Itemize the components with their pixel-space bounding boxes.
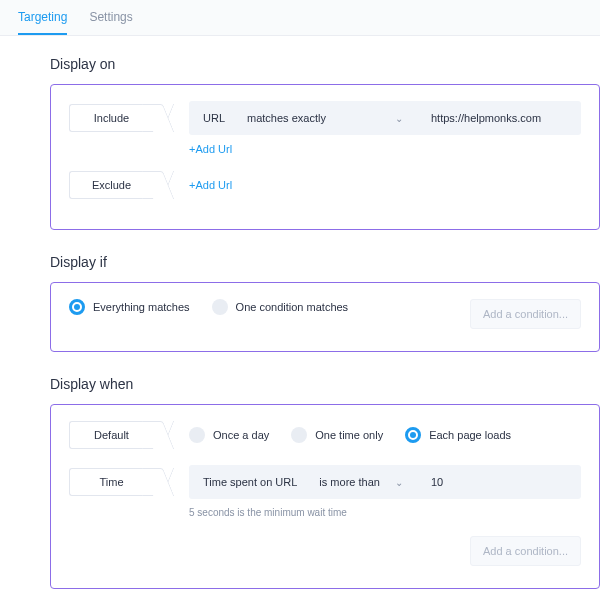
- section-title-display-on: Display on: [50, 56, 600, 72]
- radio-dot-icon: [212, 299, 228, 315]
- radio-dot-icon: [69, 299, 85, 315]
- tab-settings[interactable]: Settings: [89, 10, 132, 35]
- add-condition-button[interactable]: Add a condition...: [470, 536, 581, 566]
- section-title-display-when: Display when: [50, 376, 600, 392]
- tab-targeting[interactable]: Targeting: [18, 10, 67, 35]
- time-operator-value: is more than: [319, 476, 380, 488]
- add-url-link-include[interactable]: +Add Url: [189, 143, 232, 155]
- url-condition-bar: URL matches exactly ⌄: [189, 101, 581, 135]
- radio-one-time-only[interactable]: One time only: [291, 427, 383, 443]
- radio-dot-icon: [405, 427, 421, 443]
- radio-label: One condition matches: [236, 301, 349, 313]
- chevron-down-icon: ⌄: [395, 477, 403, 488]
- url-label: URL: [189, 112, 237, 124]
- url-value-input[interactable]: [413, 112, 581, 124]
- chevron-down-icon: ⌄: [395, 113, 403, 124]
- include-tag[interactable]: Include: [69, 104, 153, 132]
- url-match-select[interactable]: matches exactly ⌄: [237, 112, 413, 124]
- tab-bar: Targeting Settings: [0, 0, 600, 36]
- time-hint: 5 seconds is the minimum wait time: [189, 507, 581, 518]
- default-tag[interactable]: Default: [69, 421, 153, 449]
- radio-label: Everything matches: [93, 301, 190, 313]
- section-display-if: Display if Everything matches One condit…: [50, 254, 600, 352]
- time-condition-bar: Time spent on URL is more than ⌄: [189, 465, 581, 499]
- radio-one-condition[interactable]: One condition matches: [212, 299, 349, 315]
- add-url-link-exclude[interactable]: +Add Url: [189, 179, 232, 191]
- add-condition-button[interactable]: Add a condition...: [470, 299, 581, 329]
- radio-label: Each page loads: [429, 429, 511, 441]
- section-display-when: Display when Default Once a day One time…: [50, 376, 600, 589]
- radio-dot-icon: [189, 427, 205, 443]
- time-metric-label: Time spent on URL: [189, 476, 309, 488]
- radio-dot-icon: [291, 427, 307, 443]
- section-title-display-if: Display if: [50, 254, 600, 270]
- exclude-tag[interactable]: Exclude: [69, 171, 153, 199]
- time-operator-select[interactable]: is more than ⌄: [309, 476, 413, 488]
- time-value-input[interactable]: [413, 476, 581, 488]
- section-display-on: Display on Include URL matches exactly ⌄: [50, 56, 600, 230]
- time-tag[interactable]: Time: [69, 468, 153, 496]
- radio-label: Once a day: [213, 429, 269, 441]
- radio-each-page-loads[interactable]: Each page loads: [405, 427, 511, 443]
- url-match-value: matches exactly: [247, 112, 326, 124]
- radio-once-a-day[interactable]: Once a day: [189, 427, 269, 443]
- radio-label: One time only: [315, 429, 383, 441]
- radio-everything-matches[interactable]: Everything matches: [69, 299, 190, 315]
